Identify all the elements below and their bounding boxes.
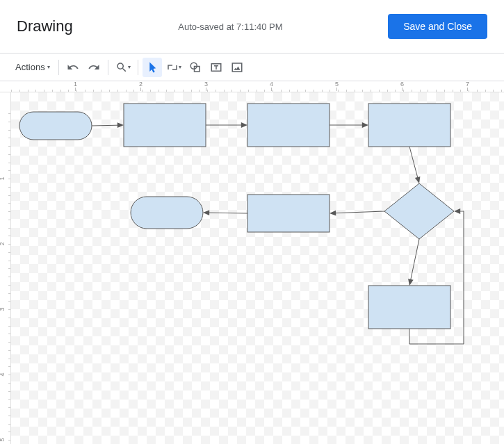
connector[interactable] (409, 147, 418, 178)
save-and-close-button[interactable]: Save and Close (388, 14, 487, 39)
shape-end[interactable] (131, 197, 203, 229)
flowchart-diagram[interactable] (11, 92, 504, 444)
autosave-status: Auto-saved at 7:11:40 PM (178, 22, 282, 32)
shape-start[interactable] (19, 112, 92, 140)
zoom-icon (115, 61, 128, 74)
arrowhead-icon (454, 208, 460, 214)
arrowhead-icon (330, 211, 336, 216)
connector[interactable] (209, 213, 247, 213)
redo-icon (88, 61, 100, 74)
shape-tool-button[interactable] (186, 58, 205, 77)
cursor-icon (146, 61, 158, 74)
arrowhead-icon (362, 122, 368, 128)
connector[interactable] (92, 125, 118, 126)
toolbar-separator (58, 60, 59, 75)
arrowhead-icon (117, 122, 124, 128)
drawing-canvas[interactable] (11, 92, 504, 444)
toolbar-separator (108, 60, 108, 75)
connector[interactable] (411, 239, 419, 280)
shape-p2[interactable] (247, 104, 330, 147)
dialog-title: Drawing (17, 17, 73, 35)
line-icon (166, 61, 179, 74)
shape-p3[interactable] (368, 104, 450, 147)
caret-down-icon: ▾ (128, 64, 131, 70)
shape-p4[interactable] (247, 195, 330, 232)
arrowhead-icon (408, 279, 414, 286)
arrowhead-icon (241, 122, 247, 128)
undo-icon (67, 61, 79, 74)
horizontal-ruler: 1234567 (0, 81, 504, 92)
select-tool-button[interactable] (143, 58, 162, 77)
shape-d1[interactable] (384, 183, 454, 239)
textbox-icon (210, 61, 222, 74)
zoom-button[interactable]: ▾ (113, 58, 133, 77)
toolbar-separator (138, 60, 138, 75)
vertical-ruler: 12345 (0, 92, 11, 444)
shape-icon (189, 61, 202, 74)
textbox-tool-button[interactable] (206, 58, 226, 77)
svg-rect-3 (232, 63, 242, 72)
actions-menu[interactable]: Actions ▾ (11, 58, 54, 77)
arrowhead-icon (203, 210, 209, 215)
shape-p5[interactable] (368, 286, 450, 329)
dialog-header: Drawing Auto-saved at 7:11:40 PM Save an… (0, 0, 504, 54)
undo-button[interactable] (63, 58, 83, 77)
actions-label: Actions (15, 62, 45, 72)
redo-button[interactable] (84, 58, 104, 77)
shape-p1[interactable] (124, 104, 206, 147)
line-tool-button[interactable]: ▾ (163, 58, 184, 77)
image-tool-button[interactable] (227, 58, 247, 77)
image-icon (231, 61, 243, 74)
caret-down-icon: ▾ (47, 64, 50, 70)
arrowhead-icon (415, 176, 421, 183)
toolbar: Actions ▾ ▾ ▾ (0, 54, 504, 81)
caret-down-icon: ▾ (179, 64, 181, 70)
connector[interactable] (335, 211, 384, 213)
